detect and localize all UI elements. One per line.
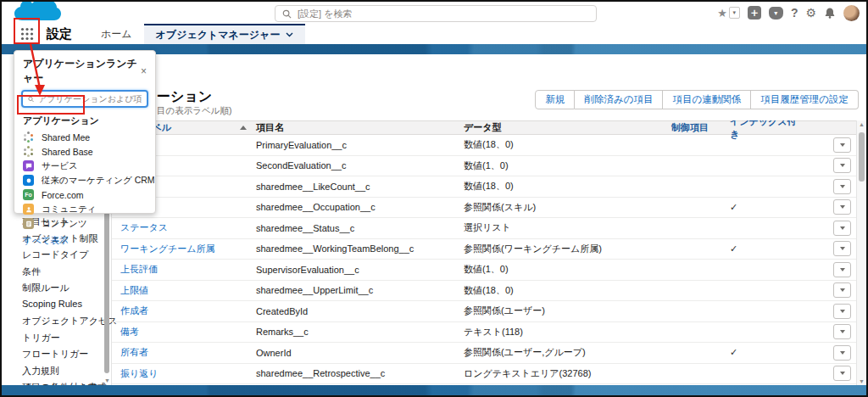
- dropdown-arrow-icon: [840, 372, 845, 375]
- row-actions-dropdown-button[interactable]: [833, 345, 851, 361]
- scroll-up-icon[interactable]: ▲: [859, 121, 865, 127]
- dropdown-arrow-icon: [840, 226, 845, 230]
- bell-icon: [824, 7, 836, 19]
- column-header-data-type[interactable]: データ型: [464, 121, 671, 134]
- field-label-link[interactable]: 備考: [120, 327, 139, 337]
- setup-tabs: ホーム オブジェクトマネージャー: [89, 24, 305, 44]
- sidebar-item[interactable]: 制限ルール: [2, 278, 111, 295]
- row-actions-dropdown-button[interactable]: [833, 324, 851, 339]
- app-launcher-item[interactable]: Shared Mee: [14, 130, 155, 144]
- cell-field-label: 作成者: [112, 305, 252, 317]
- row-actions-dropdown-button[interactable]: [833, 282, 851, 298]
- scrollbar-thumb[interactable]: [859, 132, 865, 182]
- field-label-link[interactable]: 上長評価: [120, 264, 158, 274]
- help-button[interactable]: ?: [791, 6, 798, 20]
- sidebar-item[interactable]: Scoping Rules: [2, 295, 111, 312]
- cell-data-type: 数値(1、0): [464, 159, 671, 172]
- cell-field-api-name: SecondEvaluation__c: [252, 160, 464, 171]
- sidebar-item[interactable]: 項目の条件付き書式: [2, 377, 111, 385]
- global-search-placeholder: [設定] を検索: [298, 8, 352, 20]
- field-label-link[interactable]: 上限値: [120, 285, 148, 295]
- row-actions-dropdown-button[interactable]: [833, 241, 851, 256]
- field-label-link[interactable]: 作成者: [120, 305, 148, 316]
- sort-ascending-icon: [240, 126, 247, 130]
- dropdown-arrow-icon: [840, 247, 845, 250]
- sidebar-item[interactable]: フロートリガー: [2, 344, 111, 361]
- app-launcher-item[interactable]: サービス: [14, 159, 155, 173]
- cell-field-api-name: Remarks__c: [252, 327, 464, 337]
- cell-data-type: 参照関係(ユーザー,グループ): [464, 346, 671, 359]
- page-subtitle: 目の表示ラベル順): [157, 105, 231, 117]
- column-header-controlling-field[interactable]: 制御項目: [671, 121, 718, 134]
- table-scrollbar[interactable]: ▲ ▼: [856, 120, 866, 385]
- cell-field-label: 上長評価: [112, 263, 252, 276]
- column-header-field-name[interactable]: 項目名: [252, 121, 464, 134]
- deleted-fields-button[interactable]: 削除済みの項目: [575, 90, 663, 109]
- view-all-link[interactable]: すべて表示: [14, 231, 155, 251]
- row-actions-dropdown-button[interactable]: [833, 366, 851, 381]
- table-row: ワーキングチーム所属sharedmee__WorkingTeamBelong__…: [112, 239, 856, 260]
- close-icon[interactable]: ×: [141, 65, 147, 77]
- app-launcher-item-label: Shared Mee: [42, 132, 90, 143]
- row-actions-dropdown-button[interactable]: [833, 158, 851, 173]
- sidebar-scroll-down-icon[interactable]: ▼: [104, 377, 110, 383]
- sidebar-item[interactable]: オブジェクトアクセス: [2, 311, 111, 328]
- field-label-link[interactable]: 所有者: [120, 347, 148, 357]
- user-avatar[interactable]: [843, 5, 860, 21]
- quick-create-button[interactable]: ＋: [748, 6, 761, 20]
- dropdown-arrow-icon: [840, 288, 845, 292]
- app-launcher-item[interactable]: コミュニティ: [14, 202, 155, 216]
- sidebar-item[interactable]: トリガー: [2, 328, 111, 345]
- dropdown-arrow-icon: [840, 185, 845, 188]
- app-launcher-item-label: Shared Base: [42, 147, 93, 157]
- global-header: [設定] を検索 ★ ▾ ＋ ▾ ? ⚙: [2, 2, 866, 24]
- scroll-down-icon[interactable]: ▼: [859, 378, 865, 384]
- favorites-button[interactable]: ★ ▾: [717, 7, 740, 20]
- table-row: ステータスsharedmee__Status__c選択リスト: [112, 218, 856, 239]
- search-icon: [282, 9, 292, 19]
- favorites-caret-icon[interactable]: ▾: [729, 7, 740, 19]
- row-actions-dropdown-button[interactable]: [833, 262, 851, 277]
- dropdown-arrow-icon: [840, 310, 845, 313]
- apps-section-header: アプリケーション: [14, 113, 155, 130]
- field-label-link[interactable]: 振り返り: [120, 368, 159, 378]
- row-actions-dropdown-button[interactable]: [833, 304, 851, 319]
- cell-indexed: ✓: [718, 243, 798, 254]
- dropdown-arrow-icon: [840, 268, 845, 271]
- row-actions-dropdown-button[interactable]: [833, 221, 851, 236]
- notifications-button[interactable]: [824, 7, 836, 19]
- setup-gear-button[interactable]: ⚙: [805, 6, 816, 20]
- page-title: ーション: [157, 88, 212, 106]
- guidance-center-button[interactable]: ▾: [769, 7, 783, 20]
- cell-data-type: 参照関係(ワーキングチーム所属): [464, 243, 671, 255]
- annotation-box-waffle: [14, 18, 40, 44]
- dropdown-arrow-icon: [840, 351, 845, 355]
- app-launcher-item-label: コミュニティ: [42, 204, 96, 215]
- field-dependencies-button[interactable]: 項目の連動関係: [663, 90, 751, 109]
- row-actions-dropdown-button[interactable]: [833, 137, 851, 153]
- tab-object-manager[interactable]: オブジェクトマネージャー: [144, 24, 306, 44]
- sidebar-item[interactable]: 入力規則: [2, 361, 111, 378]
- cell-field-api-name: sharedmee__Occupation__c: [252, 202, 464, 212]
- app-launcher-item[interactable]: FoForce.com: [14, 187, 155, 202]
- table-row: sharedmee__LikeCount__c数値(18、0): [112, 176, 856, 198]
- history-tracking-button[interactable]: 項目履歴管理の設定: [751, 90, 859, 109]
- app-launcher-item[interactable]: 従来のマーケティング CRM: [14, 173, 155, 187]
- cell-data-type: 数値(18、0): [464, 138, 671, 151]
- row-actions-dropdown-button[interactable]: [833, 199, 851, 215]
- app-launcher-item[interactable]: コンテンツ: [14, 216, 155, 231]
- row-actions-dropdown-button[interactable]: [833, 179, 851, 194]
- app-launcher-item[interactable]: Shared Base: [14, 144, 155, 159]
- dropdown-arrow-icon: [840, 205, 845, 209]
- chevron-down-icon[interactable]: [286, 32, 293, 37]
- sidebar-item[interactable]: 条件: [2, 262, 111, 279]
- column-header-indexed[interactable]: インデックス付き: [718, 120, 798, 141]
- new-button[interactable]: 新規: [535, 90, 575, 109]
- global-search-input[interactable]: [設定] を検索: [275, 5, 597, 22]
- table-row: 備考Remarks__cテキスト(118): [112, 322, 856, 344]
- cell-field-api-name: SupervisorEvaluation__c: [252, 265, 464, 275]
- tab-home[interactable]: ホーム: [89, 24, 144, 44]
- app-launcher-popup: アプリケーションランチャー × アプリケーションおよび項目を検索... アプリケ…: [14, 50, 156, 214]
- app-launcher-item-label: 従来のマーケティング CRM: [42, 175, 155, 187]
- cell-field-api-name: sharedmee__WorkingTeamBelong__c: [252, 243, 464, 254]
